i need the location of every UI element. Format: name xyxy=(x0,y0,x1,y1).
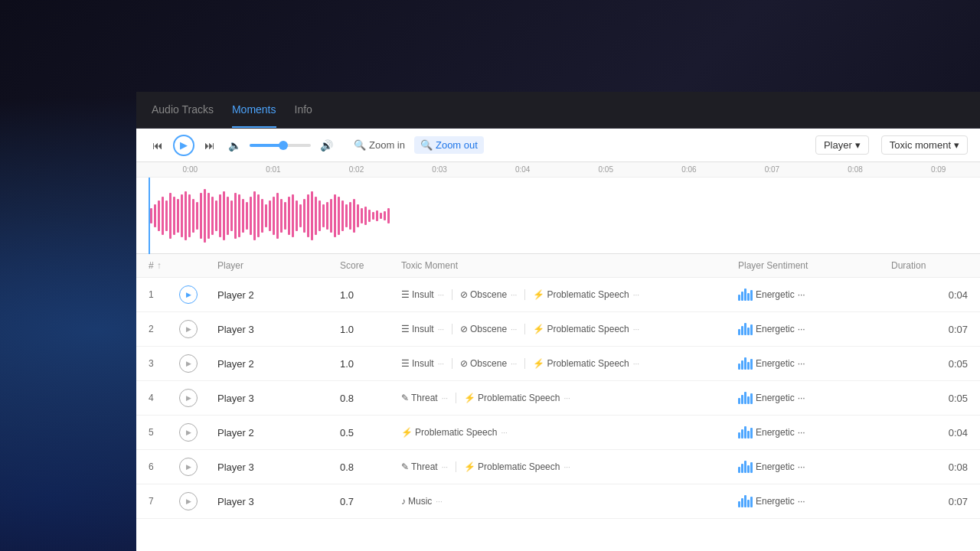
sentiment-more-dots[interactable]: ··· xyxy=(798,461,805,472)
tag-separator xyxy=(456,461,456,472)
svg-rect-21 xyxy=(230,201,233,231)
sentiment-bars-icon xyxy=(738,323,753,335)
toxic-moment-dropdown-button[interactable]: Toxic moment ▾ xyxy=(881,135,968,155)
svg-rect-20 xyxy=(227,197,229,235)
more-dots[interactable]: ··· xyxy=(501,429,507,437)
volume-track[interactable] xyxy=(250,144,311,147)
toxic-icon: ⊘ xyxy=(460,324,468,334)
svg-rect-46 xyxy=(326,202,328,230)
row-toxic-moments: ☰ Insult···⊘ Obscene···⚡ Problematic Spe… xyxy=(401,324,738,334)
svg-rect-15 xyxy=(207,193,210,239)
more-dots[interactable]: ··· xyxy=(438,360,444,368)
svg-rect-25 xyxy=(246,202,248,230)
more-dots[interactable]: ··· xyxy=(633,360,639,368)
row-play-button[interactable]: ▶ xyxy=(179,492,198,510)
svg-rect-43 xyxy=(315,197,317,235)
skip-back-button[interactable]: ⏮ xyxy=(149,136,167,155)
tab-info[interactable]: Info xyxy=(295,93,312,128)
more-dots[interactable]: ··· xyxy=(436,497,442,506)
timeline-mark-5: 0:05 xyxy=(564,165,648,174)
more-dots[interactable]: ··· xyxy=(564,394,570,403)
svg-rect-12 xyxy=(196,202,198,230)
row-player: Player 3 xyxy=(217,496,340,507)
row-score: 0.5 xyxy=(340,427,401,439)
toxic-icon: ✎ xyxy=(401,393,409,403)
row-duration: 0:05 xyxy=(891,393,968,404)
svg-rect-4 xyxy=(165,201,168,231)
sentiment-more-dots[interactable]: ··· xyxy=(798,324,805,334)
mute-button[interactable]: 🔈 xyxy=(225,136,243,155)
svg-rect-41 xyxy=(307,194,309,237)
table-row: 5▶Player 20.5⚡ Problematic Speech···Ener… xyxy=(136,416,980,450)
toxic-moment-tag: ⚡ Problematic Speech··· xyxy=(464,461,570,472)
play-button[interactable]: ▶ xyxy=(173,135,194,156)
more-dots[interactable]: ··· xyxy=(438,325,444,334)
more-dots[interactable]: ··· xyxy=(442,463,448,471)
sentiment-more-dots[interactable]: ··· xyxy=(798,496,805,507)
waveform-container[interactable] xyxy=(136,178,980,254)
table-row: 7▶Player 30.7♪ Music···Energetic···0:07 xyxy=(136,484,980,519)
sentiment-more-dots[interactable]: ··· xyxy=(798,289,805,300)
sentiment-bar xyxy=(750,324,753,335)
svg-rect-49 xyxy=(338,197,340,235)
row-play-button[interactable]: ▶ xyxy=(179,285,198,304)
svg-rect-29 xyxy=(261,199,263,233)
row-play-button[interactable]: ▶ xyxy=(179,389,198,407)
row-number: 4 xyxy=(149,393,179,403)
svg-rect-39 xyxy=(299,204,302,227)
toxic-icon: ⊘ xyxy=(460,289,468,300)
more-dots[interactable]: ··· xyxy=(633,325,639,334)
svg-rect-14 xyxy=(204,189,206,243)
more-dots[interactable]: ··· xyxy=(511,291,517,299)
more-dots[interactable]: ··· xyxy=(511,360,517,368)
player-dropdown-button[interactable]: Player ▾ xyxy=(815,135,869,155)
tab-moments[interactable]: Moments xyxy=(232,93,276,128)
more-dots[interactable]: ··· xyxy=(438,291,444,299)
col-player-sentiment: Player Sentiment xyxy=(738,260,891,271)
timeline-mark-2: 0:02 xyxy=(315,165,398,174)
tab-audio-tracks[interactable]: Audio Tracks xyxy=(152,93,214,128)
table-container: #↑ Player Score Toxic Moment Player Sent… xyxy=(136,254,980,551)
toxic-icon: ☰ xyxy=(401,358,410,369)
zoom-in-button[interactable]: 🔍 Zoom in xyxy=(348,136,411,154)
table-body: 1▶Player 21.0☰ Insult···⊘ Obscene···⚡ Pr… xyxy=(136,278,980,519)
sentiment-bar xyxy=(747,431,750,439)
timeline: 0:00 0:01 0:02 0:03 0:04 0:05 0:06 0:07 … xyxy=(136,162,980,178)
more-dots[interactable]: ··· xyxy=(511,325,517,334)
toxic-moment-tag: ⚡ Problematic Speech··· xyxy=(533,289,639,300)
zoom-out-button[interactable]: 🔍 Zoom out xyxy=(414,136,484,154)
sentiment-more-dots[interactable]: ··· xyxy=(798,358,805,369)
row-play-button[interactable]: ▶ xyxy=(179,458,198,476)
svg-rect-3 xyxy=(162,197,164,235)
table-row: 3▶Player 21.0☰ Insult···⊘ Obscene···⚡ Pr… xyxy=(136,347,980,381)
row-score: 0.8 xyxy=(340,393,401,404)
row-duration: 0:04 xyxy=(891,289,968,301)
row-score: 1.0 xyxy=(340,289,401,301)
timeline-markers: 0:00 0:01 0:02 0:03 0:04 0:05 0:06 0:07 … xyxy=(136,165,980,174)
more-dots[interactable]: ··· xyxy=(633,291,639,299)
row-play-button[interactable]: ▶ xyxy=(179,423,198,442)
zoom-controls: 🔍 Zoom in 🔍 Zoom out xyxy=(348,136,484,154)
svg-rect-36 xyxy=(288,197,290,235)
row-sentiment: Energetic··· xyxy=(738,289,891,301)
row-play-button[interactable]: ▶ xyxy=(179,320,198,338)
search-icon: 🔍 xyxy=(354,139,366,151)
row-player: Player 2 xyxy=(217,427,340,439)
row-play-button[interactable]: ▶ xyxy=(179,354,198,373)
row-toxic-moments: ♪ Music··· xyxy=(401,496,738,507)
more-dots[interactable]: ··· xyxy=(564,463,570,471)
sentiment-more-dots[interactable]: ··· xyxy=(798,427,805,438)
svg-rect-47 xyxy=(330,199,332,233)
row-number: 1 xyxy=(149,289,179,300)
sentiment-bar xyxy=(750,290,753,301)
svg-rect-32 xyxy=(273,197,275,235)
more-dots[interactable]: ··· xyxy=(442,394,448,403)
svg-rect-11 xyxy=(192,199,194,233)
sentiment-bar xyxy=(750,462,753,473)
svg-rect-7 xyxy=(177,199,179,233)
volume-up-icon[interactable]: 🔊 xyxy=(317,136,335,155)
sentiment-more-dots[interactable]: ··· xyxy=(798,393,805,403)
table-row: 1▶Player 21.0☰ Insult···⊘ Obscene···⚡ Pr… xyxy=(136,278,980,312)
sentiment-label: Energetic xyxy=(756,393,795,403)
skip-forward-button[interactable]: ⏭ xyxy=(201,136,219,155)
